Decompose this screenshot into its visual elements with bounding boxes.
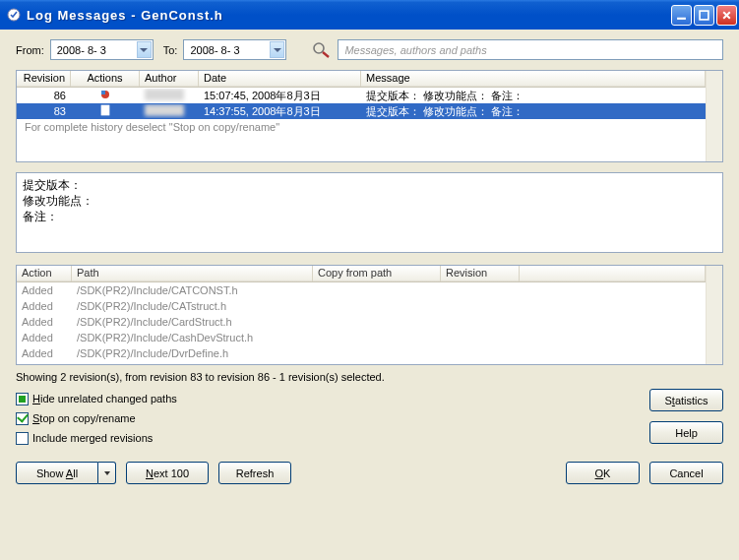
search-input[interactable]: Messages, authors and paths: [338, 39, 723, 60]
ok-button[interactable]: OK: [566, 462, 640, 484]
chevron-down-icon: [137, 41, 152, 58]
titlebar: Log Messages - GenConst.h: [0, 0, 739, 30]
checkbox-icon: [16, 412, 29, 425]
show-all-button[interactable]: Show All: [16, 462, 98, 484]
col-revision[interactable]: Revision: [441, 266, 520, 281]
revision-hint: For complete history deselect "Stop on c…: [17, 119, 706, 135]
close-button[interactable]: [716, 5, 737, 26]
revision-list: Revision Actions Author Date Message 86 …: [16, 70, 723, 162]
rev-date: 15:07:45, 2008年8月3日: [199, 89, 361, 103]
col-actions[interactable]: Actions: [71, 71, 140, 87]
date-to-dropdown[interactable]: 2008- 8- 3: [183, 39, 286, 60]
maximize-button[interactable]: [694, 5, 714, 26]
search-icon: [312, 41, 332, 59]
date-from-value: 2008- 8- 3: [57, 44, 137, 56]
date-from-dropdown[interactable]: 2008- 8- 3: [50, 39, 154, 60]
chevron-down-icon: [270, 41, 284, 58]
rev-msg: 提交版本： 修改功能点： 备注：: [361, 89, 706, 103]
refresh-button[interactable]: Refresh: [218, 462, 291, 484]
checkbox-label: Include merged revisions: [32, 428, 153, 448]
window-title: Log Messages - GenConst.h: [27, 8, 671, 23]
action-modify-icon: [99, 89, 111, 100]
rev-number: 86: [17, 90, 71, 101]
stop-on-copy-checkbox[interactable]: Stop on copy/rename: [16, 408, 649, 428]
path-row[interactable]: Added/SDK(PR2)/Include/CardStruct.h: [17, 314, 706, 330]
rev-msg: 提交版本： 修改功能点： 备注：: [361, 104, 706, 119]
col-path[interactable]: Path: [72, 266, 313, 281]
path-row[interactable]: Added/SDK(PR2)/Include/DvrDefine.h: [17, 345, 706, 361]
svg-rect-1: [677, 17, 686, 19]
include-merged-checkbox[interactable]: Include merged revisions: [16, 428, 649, 448]
path-row[interactable]: Added/SDK(PR2)/Include/CashDevStruct.h: [17, 330, 706, 345]
paths-header-row: Action Path Copy from path Revision: [17, 266, 706, 282]
to-label: To:: [163, 44, 178, 56]
svg-line-4: [323, 52, 329, 57]
revision-row[interactable]: 86 15:07:45, 2008年8月3日 提交版本： 修改功能点： 备注：: [17, 88, 706, 103]
detail-line: 修改功能点：: [23, 193, 716, 209]
col-author[interactable]: Author: [140, 71, 199, 87]
rev-date: 14:37:55, 2008年8月3日: [199, 104, 361, 119]
scrollbar[interactable]: [706, 266, 722, 364]
revision-header-row: Revision Actions Author Date Message: [17, 71, 706, 88]
show-all-split-button[interactable]: Show All: [16, 462, 116, 484]
app-icon: [6, 7, 22, 23]
col-action[interactable]: Action: [17, 266, 72, 281]
status-text: Showing 2 revision(s), from revision 83 …: [16, 371, 723, 383]
author-redacted: [145, 89, 184, 100]
checkbox-label: Hide unrelated changed paths: [32, 389, 177, 408]
changed-paths-list: Action Path Copy from path Revision Adde…: [16, 265, 723, 365]
date-to-value: 2008- 8- 3: [190, 44, 270, 56]
checkbox-label: Stop on copy/rename: [32, 408, 136, 428]
detail-line: 备注：: [23, 209, 716, 224]
search-placeholder: Messages, authors and paths: [344, 44, 486, 56]
svg-point-3: [314, 43, 324, 53]
from-label: From:: [16, 44, 44, 56]
filter-row: From: 2008- 8- 3 To: 2008- 8- 3 Messages…: [16, 39, 723, 60]
next-100-button[interactable]: Next 100: [126, 462, 209, 484]
rev-number: 83: [17, 105, 71, 117]
col-message[interactable]: Message: [361, 71, 706, 87]
svg-rect-2: [700, 11, 708, 20]
statistics-button[interactable]: Statistics: [649, 389, 723, 411]
hide-unrelated-checkbox[interactable]: Hide unrelated changed paths: [16, 389, 649, 408]
col-date[interactable]: Date: [199, 71, 361, 87]
svg-rect-7: [101, 105, 109, 115]
svg-rect-6: [101, 91, 105, 94]
show-all-dropdown[interactable]: [98, 462, 116, 484]
action-add-icon: [99, 104, 111, 116]
checkbox-icon: [16, 432, 29, 445]
minimize-button[interactable]: [671, 5, 692, 26]
path-row[interactable]: Added/SDK(PR2)/Include/CATstruct.h: [17, 298, 706, 314]
help-button[interactable]: Help: [649, 421, 723, 444]
col-copyfrom[interactable]: Copy from path: [313, 266, 441, 281]
detail-line: 提交版本：: [23, 177, 716, 193]
checkbox-icon: [16, 393, 29, 405]
scrollbar[interactable]: [706, 71, 722, 161]
path-row[interactable]: Added/SDK(PR2)/Include/CATCONST.h: [17, 282, 706, 298]
commit-message-pane[interactable]: 提交版本： 修改功能点： 备注：: [16, 172, 723, 253]
col-revision[interactable]: Revision: [17, 71, 71, 87]
author-redacted: [145, 104, 184, 116]
revision-row[interactable]: 83 14:37:55, 2008年8月3日 提交版本： 修改功能点： 备注：: [17, 103, 706, 119]
cancel-button[interactable]: Cancel: [649, 462, 723, 484]
